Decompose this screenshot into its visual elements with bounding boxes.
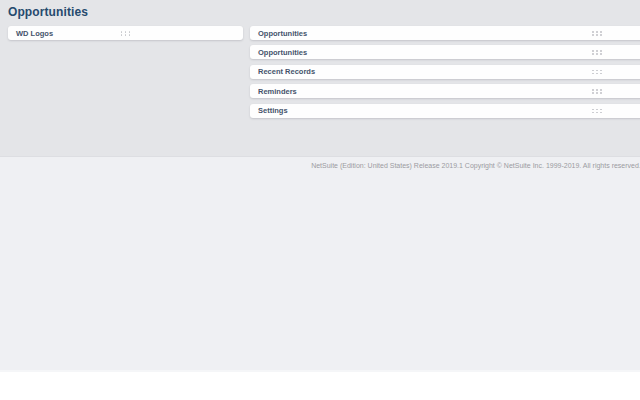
drag-handle-icon[interactable] xyxy=(120,30,132,36)
six-dot-grip-icon xyxy=(121,31,123,33)
dashboard-area: Opportunities WD Logos Opportunities Opp… xyxy=(0,0,640,156)
portlet-title-reminders[interactable]: Reminders xyxy=(250,87,297,96)
drag-handle-icon[interactable] xyxy=(591,88,603,94)
copyright-text: NetSuite (Edition: United States) Releas… xyxy=(0,157,640,169)
portlet-title-recent-records[interactable]: Recent Records xyxy=(250,67,315,76)
portlet-title-opportunities-2[interactable]: Opportunities xyxy=(250,48,307,57)
six-dot-grip-icon xyxy=(592,31,594,33)
portlet-title-wd-logos[interactable]: WD Logos xyxy=(8,29,53,38)
six-dot-grip-icon xyxy=(592,70,594,72)
portlet-columns: WD Logos Opportunities Opportunities Rec xyxy=(0,26,640,118)
drag-handle-icon[interactable] xyxy=(591,30,603,36)
drag-handle-icon[interactable] xyxy=(591,49,603,55)
portlet-opportunities-2[interactable]: Opportunities xyxy=(250,45,640,59)
portlet-wd-logos[interactable]: WD Logos xyxy=(8,26,243,40)
portlet-settings[interactable]: Settings xyxy=(250,104,640,118)
drag-handle-icon[interactable] xyxy=(591,69,603,75)
dashboard-left-column: WD Logos xyxy=(8,26,243,118)
six-dot-grip-icon xyxy=(592,50,594,52)
portlet-title-opportunities-1[interactable]: Opportunities xyxy=(250,29,307,38)
dashboard-page: Opportunities WD Logos Opportunities Opp… xyxy=(0,0,640,372)
portlet-opportunities-1[interactable]: Opportunities xyxy=(250,26,640,40)
page-footer: NetSuite (Edition: United States) Releas… xyxy=(0,156,640,372)
six-dot-grip-icon xyxy=(592,109,594,111)
netsuite-dashboard-window: Opportunities WD Logos Opportunities Opp… xyxy=(0,0,640,400)
six-dot-grip-icon xyxy=(592,89,594,91)
dashboard-right-column: Opportunities Opportunities Recent Recor… xyxy=(250,26,640,118)
portlet-recent-records[interactable]: Recent Records xyxy=(250,65,640,79)
page-title: Opportunities xyxy=(0,0,640,19)
portlet-title-settings[interactable]: Settings xyxy=(250,106,288,115)
drag-handle-icon[interactable] xyxy=(591,108,603,114)
portlet-reminders[interactable]: Reminders xyxy=(250,84,640,98)
